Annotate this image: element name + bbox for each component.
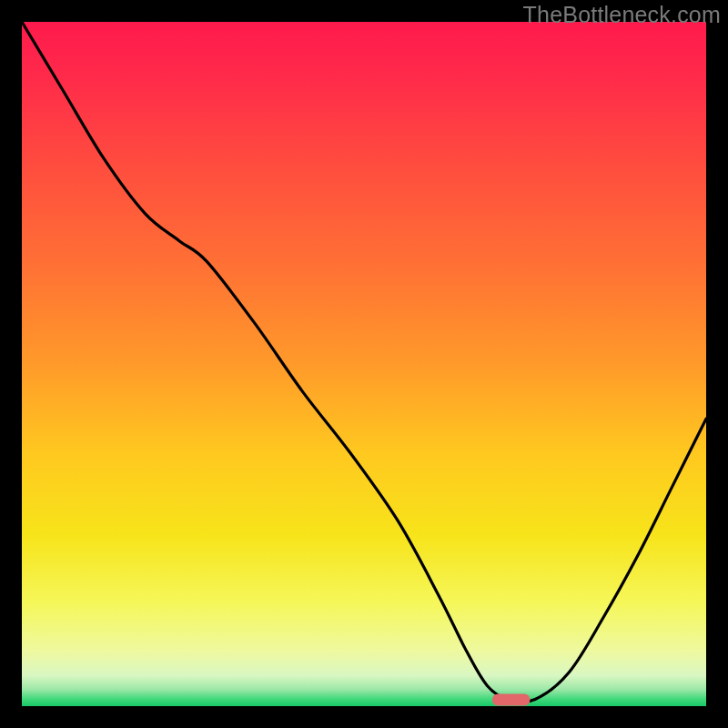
optimal-marker (492, 693, 530, 705)
chart-svg (22, 22, 706, 706)
chart-frame: TheBottleneck.com (0, 0, 728, 728)
gradient-background (22, 22, 706, 706)
plot-area (22, 22, 706, 706)
watermark-text: TheBottleneck.com (523, 2, 721, 28)
